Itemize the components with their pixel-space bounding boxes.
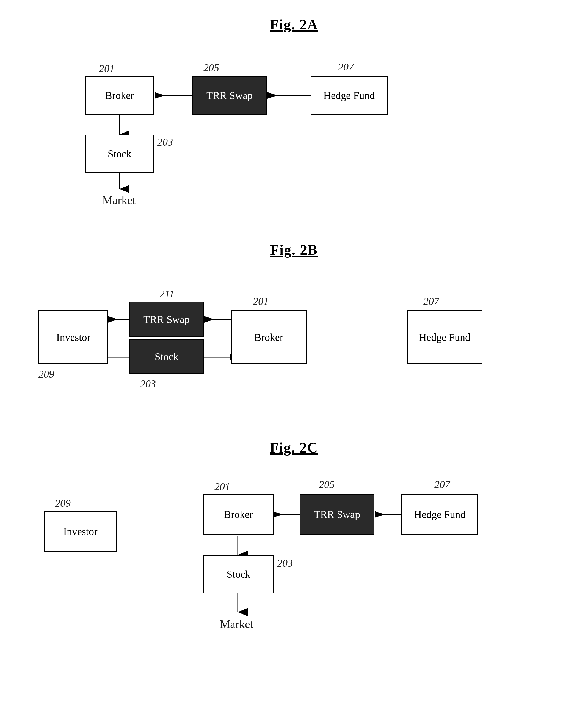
fig2c-hedgefund-box: Hedge Fund — [401, 494, 478, 535]
fig2c-broker-label: Broker — [224, 508, 253, 520]
fig2c-ref-209: 209 — [55, 497, 71, 509]
fig2a-ref-201: 201 — [99, 62, 115, 74]
fig2b-stock-box: Stock — [129, 339, 204, 374]
fig2a-hedgefund-label: Hedge Fund — [324, 90, 375, 102]
fig2a-broker-box: Broker — [85, 76, 154, 115]
fig2c-ref-203: 203 — [277, 557, 293, 569]
fig2c-ref-205: 205 — [319, 478, 335, 491]
fig2c-ref-201: 201 — [214, 481, 230, 493]
fig2a-hedgefund-box: Hedge Fund — [310, 76, 388, 115]
fig2b-diagram: Investor TRR Swap Stock Broker Hedge Fun… — [22, 274, 566, 407]
fig2a-trrswap-box: TRR Swap — [192, 76, 267, 115]
fig2c-investor-box: Investor — [44, 511, 117, 552]
figure-2c: Fig. 2C — [22, 440, 566, 648]
fig2b-stock-label: Stock — [155, 350, 179, 363]
fig2b-trrswap-box: TRR Swap — [129, 302, 204, 337]
fig2a-stock-box: Stock — [85, 135, 154, 173]
fig2c-title: Fig. 2C — [22, 440, 566, 456]
fig2a-ref-203: 203 — [157, 136, 173, 148]
fig2a-ref-205: 205 — [204, 62, 219, 74]
fig2b-ref-211: 211 — [159, 288, 174, 300]
fig2b-hedgefund-box: Hedge Fund — [407, 310, 482, 364]
fig2a-diagram: Broker TRR Swap Hedge Fund Stock 201 205… — [22, 49, 566, 209]
fig2c-stock-box: Stock — [204, 555, 273, 594]
fig2b-investor-label: Investor — [57, 331, 91, 343]
fig2b-title: Fig. 2B — [22, 242, 566, 258]
fig2b-hedgefund-label: Hedge Fund — [419, 331, 470, 343]
fig2b-ref-203: 203 — [140, 378, 156, 390]
fig2c-hedgefund-label: Hedge Fund — [414, 508, 466, 520]
page: Fig. 2A — [0, 0, 588, 707]
fig2a-trrswap-label: TRR Swap — [207, 90, 253, 102]
fig2b-ref-207: 207 — [423, 295, 439, 307]
fig2c-stock-label: Stock — [226, 568, 250, 580]
fig2c-trrswap-label: TRR Swap — [314, 508, 360, 520]
fig2b-trrswap-label: TRR Swap — [144, 313, 190, 326]
fig2b-broker-label: Broker — [254, 331, 284, 343]
fig2c-diagram: Investor Broker TRR Swap Hedge Fund Stoc… — [22, 472, 566, 648]
fig2b-broker-box: Broker — [231, 310, 306, 364]
fig2a-stock-label: Stock — [108, 148, 132, 160]
figure-2a: Fig. 2A — [22, 16, 566, 209]
fig2c-investor-label: Investor — [63, 526, 98, 538]
fig2c-market-label: Market — [220, 617, 253, 631]
fig2b-investor-box: Investor — [38, 310, 108, 364]
fig2c-ref-207: 207 — [434, 478, 450, 491]
fig2a-broker-label: Broker — [105, 90, 134, 102]
fig2a-title: Fig. 2A — [22, 16, 566, 33]
fig2a-market-label: Market — [102, 194, 136, 207]
fig2c-broker-box: Broker — [204, 494, 273, 535]
fig2a-arrows — [22, 49, 489, 209]
fig2c-trrswap-box: TRR Swap — [300, 494, 374, 535]
fig2b-ref-209: 209 — [38, 368, 54, 380]
fig2b-ref-201: 201 — [253, 295, 268, 307]
fig2a-ref-207: 207 — [338, 61, 354, 73]
figure-2b: Fig. 2B — [22, 242, 566, 407]
